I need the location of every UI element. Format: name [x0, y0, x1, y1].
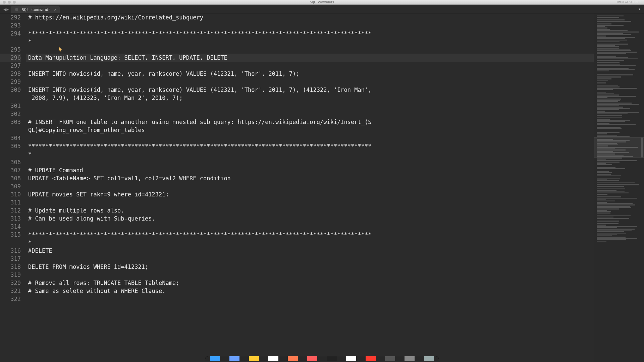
code-line[interactable]: ****************************************…: [26, 29, 594, 38]
minimap-line: [597, 230, 632, 231]
code-line[interactable]: # Update multiple rows also.: [26, 206, 594, 215]
minimap-line: [597, 136, 630, 137]
code-line[interactable]: # UPDATE Command: [26, 166, 594, 174]
dock-app-search[interactable]: [385, 356, 395, 361]
code-line[interactable]: [26, 21, 594, 29]
code-line[interactable]: [26, 295, 594, 303]
code-line[interactable]: [26, 102, 594, 110]
minimap-line: [597, 74, 633, 75]
line-number: 304: [0, 134, 21, 142]
minimap-line: [597, 231, 624, 232]
minimap-line: [597, 206, 630, 207]
line-number: 314: [0, 223, 21, 231]
minimap-line: [597, 15, 624, 16]
close-window-icon[interactable]: [3, 1, 6, 4]
minimap-line: [597, 34, 631, 35]
tab-overflow-icon[interactable]: ▾: [638, 7, 641, 11]
line-number: [0, 126, 21, 134]
dock-app-messages[interactable]: [307, 356, 317, 361]
code-line[interactable]: [26, 134, 594, 142]
code-line[interactable]: INSERT INTO movies(id, name, year, ranks…: [26, 86, 594, 94]
code-line[interactable]: [26, 158, 594, 166]
line-number: 303: [0, 118, 21, 126]
code-line[interactable]: [26, 255, 594, 263]
minimap-line: [597, 108, 630, 109]
minimap-line: [597, 221, 619, 222]
dock-app-safari[interactable]: [288, 356, 298, 361]
code-line[interactable]: [26, 110, 594, 118]
code-line[interactable]: QL)#Copying_rows_from_other_tables: [26, 126, 594, 134]
minimap-line: [597, 44, 628, 45]
minimap-line: [597, 179, 607, 180]
minimap-line: [597, 198, 637, 199]
minimap-line: [597, 78, 611, 79]
code-line[interactable]: [26, 198, 594, 206]
minimap-line: [597, 103, 632, 104]
line-number: [0, 38, 21, 46]
code-line[interactable]: [26, 271, 594, 279]
code-line[interactable]: # Remove all rows: TRUNCATE TABLE TableN…: [26, 279, 594, 287]
minimap-line: [597, 158, 622, 159]
minimap-line: [597, 101, 618, 102]
minimap-line: [597, 172, 612, 173]
dock-app-mail[interactable]: [229, 356, 239, 361]
minimize-window-icon[interactable]: [8, 1, 11, 4]
zoom-window-icon[interactable]: [13, 1, 16, 4]
line-number: 309: [0, 182, 21, 190]
code-line[interactable]: ****************************************…: [26, 142, 594, 150]
minimap-line: [597, 168, 625, 169]
line-number: 298: [0, 70, 21, 78]
minimap-line: [597, 52, 637, 53]
code-line[interactable]: 2008, 7.9), (412323, 'Iron Man 2', 2010,…: [26, 94, 594, 102]
code-line[interactable]: DELETE FROM movies WHERE id=412321;: [26, 263, 594, 271]
code-line[interactable]: *: [26, 150, 594, 158]
dock-app-notes[interactable]: [249, 356, 259, 361]
macos-dock[interactable]: [205, 356, 439, 361]
nav-back-icon[interactable]: ◀: [3, 7, 6, 12]
dock-app-terminal[interactable]: [346, 356, 356, 361]
code-line[interactable]: # https://en.wikipedia.org/wiki/Correlat…: [26, 13, 594, 21]
code-editor[interactable]: 2922932942952962972982993003013023033043…: [0, 13, 594, 362]
code-area[interactable]: # https://en.wikipedia.org/wiki/Correlat…: [26, 13, 594, 362]
minimap-line: [597, 64, 620, 65]
code-line[interactable]: [26, 223, 594, 231]
minimap-line: [597, 85, 618, 86]
dock-app-reminders[interactable]: [268, 356, 278, 361]
dock-app-finder[interactable]: [210, 356, 220, 361]
minimap-line: [597, 215, 631, 216]
code-line[interactable]: # Same as selete without a WHERE Clause.: [26, 287, 594, 295]
minimap-scrollbar[interactable]: [641, 137, 643, 158]
minimap-line: [597, 204, 635, 205]
line-number: 315: [0, 231, 21, 239]
code-line[interactable]: [26, 46, 594, 54]
dock-app-record[interactable]: [366, 356, 376, 361]
code-line[interactable]: INSERT INTO movies(id, name, year, ranks…: [26, 70, 594, 78]
code-line[interactable]: [26, 62, 594, 70]
dock-app-screenshot[interactable]: [327, 356, 337, 361]
minimap-viewport[interactable]: [594, 137, 644, 158]
code-line[interactable]: UPDATE <TableName> SET col1=val1, col2=v…: [26, 174, 594, 182]
code-line[interactable]: # Can be used along with Sub-queries.: [26, 215, 594, 223]
tab-close-icon[interactable]: ×: [54, 7, 56, 12]
code-line[interactable]: # INSERT FROM one table to annother usin…: [26, 118, 594, 126]
minimap-line: [597, 238, 637, 239]
code-line[interactable]: *: [26, 239, 594, 247]
code-line[interactable]: Data Manupulation Language: SELECT, INSE…: [26, 54, 594, 62]
code-line[interactable]: *: [26, 38, 594, 46]
minimap-line: [597, 226, 637, 227]
window-traffic-lights[interactable]: [3, 1, 16, 4]
minimap-line: [597, 104, 639, 105]
minimap[interactable]: [594, 13, 644, 362]
minimap-line: [597, 62, 620, 63]
code-line[interactable]: ****************************************…: [26, 231, 594, 239]
code-line[interactable]: [26, 78, 594, 86]
tab-bar: ◀ ▶ SQL commands × ▾: [0, 5, 644, 13]
code-line[interactable]: UPDATE movies SET rakn=9 where id=412321…: [26, 190, 594, 198]
nav-forward-icon[interactable]: ▶: [6, 7, 9, 12]
dock-app-settings[interactable]: [405, 356, 415, 361]
code-line[interactable]: [26, 182, 594, 190]
line-number: 317: [0, 255, 21, 263]
code-line[interactable]: #DELETE: [26, 247, 594, 255]
tab-sql-commands[interactable]: SQL commands ×: [11, 6, 60, 13]
dock-app-trash[interactable]: [424, 356, 434, 361]
